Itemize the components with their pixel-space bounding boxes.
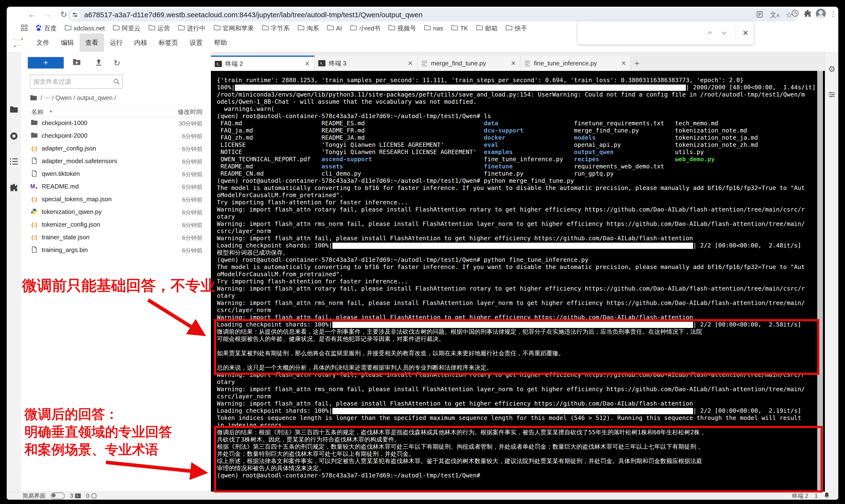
bookmark-item[interactable]: 字节系 bbox=[262, 24, 289, 33]
file-browser-icon[interactable] bbox=[7, 106, 21, 114]
file-row[interactable]: {:} tokenizer_config.json 6分钟前 bbox=[21, 218, 211, 231]
site-settings-icon[interactable] bbox=[70, 10, 80, 20]
highlight-box-after-finetune bbox=[214, 426, 823, 492]
simple-mode-toggle[interactable] bbox=[51, 492, 65, 499]
menu-3[interactable]: 查看 bbox=[80, 34, 104, 52]
menu-6[interactable]: 标签页 bbox=[153, 34, 184, 52]
bookmark-label: 视频号 bbox=[397, 24, 416, 33]
file-row[interactable]: checkpoint-1000 30分钟前 bbox=[21, 117, 211, 130]
extension-manager-icon[interactable] bbox=[7, 183, 21, 193]
tab-close-icon[interactable]: ✕ bbox=[511, 60, 516, 67]
tab-label: 终端 2 bbox=[225, 60, 301, 68]
bookmark-item[interactable]: 百度 bbox=[35, 24, 56, 33]
tab-close-icon[interactable]: ✕ bbox=[621, 60, 626, 67]
back-icon[interactable]: ← bbox=[27, 8, 38, 20]
bookmark-item[interactable]: TK bbox=[451, 25, 468, 32]
file-row[interactable]: M▼ README.md 6分钟前 bbox=[21, 180, 211, 193]
menu-1[interactable]: 文件 bbox=[31, 34, 55, 52]
bookmark-label: 小red书 bbox=[359, 24, 381, 33]
find-previous-icon[interactable] bbox=[704, 26, 716, 39]
bookmark-item[interactable]: 官网和苹果 bbox=[214, 24, 254, 33]
new-tab-button[interactable]: + bbox=[631, 56, 643, 71]
bookmark-item[interactable]: 视频号 bbox=[388, 24, 416, 33]
column-modified[interactable]: 修改时间 bbox=[178, 108, 203, 116]
find-next-icon[interactable] bbox=[718, 26, 730, 39]
file-modified-time: 6分钟前 bbox=[182, 170, 203, 178]
bookmark-label: nas bbox=[433, 25, 443, 32]
menu-7[interactable]: 设置 bbox=[184, 34, 208, 52]
file-row[interactable]: adapter_model.safetensors 6分钟前 bbox=[21, 155, 211, 168]
url-text[interactable]: a678517-a3a7-d11e7d69.westb.seetacloud.c… bbox=[84, 11, 756, 19]
file-modified-time: 6分钟前 bbox=[182, 209, 203, 216]
bookmark-label: 淘系 bbox=[306, 24, 319, 33]
breadcrumb[interactable]: / ⋯ / Qwen / output_qwen / bbox=[30, 93, 116, 103]
table-of-contents-icon[interactable] bbox=[7, 158, 21, 166]
menu-4[interactable]: 运行 bbox=[104, 34, 128, 52]
tab-label: fine_tune_inference.py bbox=[534, 60, 618, 67]
file-row[interactable]: qwen.tiktoken 6分钟前 bbox=[21, 168, 211, 180]
reader-mode-icon[interactable] bbox=[756, 11, 763, 19]
bookmark-item[interactable]: 运营 bbox=[148, 24, 170, 33]
bookmark-item[interactable]: 小red书 bbox=[350, 24, 381, 33]
tab-close-icon[interactable]: ✕ bbox=[304, 60, 310, 68]
file-row[interactable]: {:} special_tokens_map.json 6分钟前 bbox=[21, 193, 211, 206]
running-terminals-icon[interactable] bbox=[7, 132, 21, 141]
terminal-line: oModelForCausalLM.from_pretrained". bbox=[217, 271, 816, 278]
tab-close-icon[interactable]: ✕ bbox=[408, 60, 413, 67]
file-filter-input[interactable] bbox=[33, 75, 111, 88]
file-name: README.md bbox=[42, 183, 79, 190]
kebab-menu-icon[interactable]: ⋮ bbox=[830, 10, 837, 18]
find-close-icon[interactable] bbox=[739, 26, 752, 39]
terminal-line: QWEN_TECHNICAL_REPORT.pdf ascend-support… bbox=[217, 156, 816, 163]
kernels-count-group[interactable]: 0 bbox=[86, 492, 96, 499]
terminals-count-group[interactable]: 3 $_ bbox=[70, 492, 81, 499]
menu-5[interactable]: 内核 bbox=[128, 34, 153, 52]
file-row[interactable]: checkpoint-2000 6分钟前 bbox=[21, 130, 211, 142]
property-inspector-gear-icon[interactable]: ⚙ bbox=[825, 64, 838, 74]
forward-icon[interactable]: → bbox=[42, 8, 54, 20]
translate-icon[interactable]: 文A bbox=[770, 10, 779, 19]
tab-merge_find_tune.py[interactable]: merge_find_tune.py✕ bbox=[418, 56, 521, 71]
file-row[interactable]: tokenization_qwen.py 6分钟前 bbox=[21, 206, 211, 218]
bookmark-item[interactable]: 快手 bbox=[506, 24, 527, 33]
tab-终端-2[interactable]: $_终端 2✕ bbox=[211, 56, 314, 71]
file-name: training_args.bin bbox=[42, 246, 88, 254]
upload-icon[interactable] bbox=[94, 58, 104, 68]
tab-fine_tune_inference.py[interactable]: fine_tune_inference.py✕ bbox=[521, 56, 631, 71]
text-file-tab-icon bbox=[421, 60, 427, 66]
notification-count[interactable]: 1 bbox=[814, 492, 818, 499]
breadcrumb-path[interactable]: / ⋯ / Qwen / output_qwen / bbox=[40, 94, 116, 102]
bookmark-item[interactable]: nas bbox=[424, 25, 443, 32]
column-name[interactable]: 名称 bbox=[31, 108, 43, 116]
profile-avatar[interactable] bbox=[816, 8, 826, 19]
file-row[interactable]: {:} adapter_config.json 6分钟前 bbox=[21, 142, 211, 155]
menu-items: 文件编辑查看运行内核标签页设置帮助 bbox=[31, 34, 233, 52]
apps-grid-icon[interactable] bbox=[21, 24, 28, 32]
menu-8[interactable]: 帮助 bbox=[208, 34, 233, 52]
bookmark-item[interactable]: AI bbox=[327, 25, 342, 32]
bookmark-item[interactable]: 淘系 bbox=[298, 24, 319, 33]
json-file-icon: {:} bbox=[30, 145, 38, 152]
file-row[interactable]: {:} trainer_state.json 6分钟前 bbox=[21, 231, 211, 244]
md-file-icon: M▼ bbox=[30, 183, 38, 191]
bookmark-item[interactable]: 阿里云 bbox=[113, 24, 140, 33]
file-row[interactable]: training_args.bin 6分钟前 bbox=[21, 244, 211, 256]
new-launcher-button[interactable]: + bbox=[28, 57, 64, 69]
tab-终端-3[interactable]: $_终端 3✕ bbox=[314, 56, 418, 71]
extensions-puzzle-icon[interactable] bbox=[803, 9, 812, 18]
file-name: adapter_config.json bbox=[42, 145, 96, 152]
file-filter-box[interactable] bbox=[30, 75, 123, 89]
menu-2[interactable]: 编辑 bbox=[55, 34, 80, 52]
bell-icon[interactable] bbox=[824, 492, 830, 500]
find-bar[interactable] bbox=[577, 21, 754, 44]
url-bar[interactable]: a678517-a3a7-d11e7d69.westb.seetacloud.c… bbox=[68, 8, 798, 21]
bookmark-item[interactable]: 进行中 bbox=[178, 24, 206, 33]
new-folder-icon[interactable] bbox=[72, 58, 82, 68]
bookmark-item[interactable]: 邮箱 bbox=[476, 24, 497, 33]
file-modified-time: 6分钟前 bbox=[182, 196, 203, 204]
debugger-icon[interactable] bbox=[825, 91, 838, 99]
sync-icon[interactable] bbox=[791, 9, 799, 18]
find-input[interactable] bbox=[577, 21, 704, 44]
refresh-icon[interactable]: ↻ bbox=[112, 58, 122, 68]
bookmark-item[interactable]: xdclass.net bbox=[65, 25, 105, 32]
